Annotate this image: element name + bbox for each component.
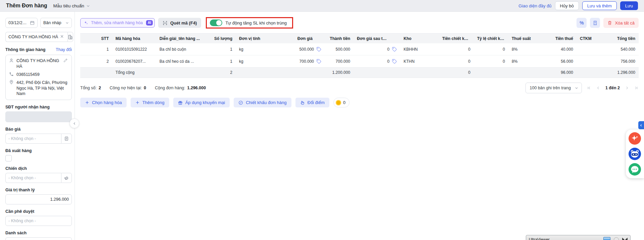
cell-warehouse[interactable]: KTHN (400, 55, 439, 67)
order-discount-button[interactable]: Chiết khấu đơn hàng (234, 98, 291, 107)
last-page-button[interactable] (634, 86, 639, 90)
receiver-phone-input[interactable] (5, 111, 72, 122)
record-icon[interactable] (614, 237, 619, 240)
screen-share-icon[interactable] (603, 237, 610, 240)
col-price: Đơn giá (271, 34, 325, 44)
barcode-scan-icon (163, 20, 168, 26)
cell-tax-rate[interactable]: 8% (508, 43, 543, 55)
discount-tag-icon (238, 100, 243, 105)
table-row[interactable]: 1 01001015091222 Ba chỉ bò cuộn 1 kg 500… (80, 43, 639, 55)
quick-add-input[interactable] (90, 20, 144, 26)
price-tag-icon[interactable] (392, 47, 397, 52)
page-size-select[interactable]: 100 bản ghi trên trang (525, 83, 582, 93)
cell-promo[interactable] (577, 55, 603, 67)
quote-doc-button[interactable] (61, 134, 72, 144)
status-select[interactable]: Bản nháp (40, 18, 72, 28)
cell-discount-amount[interactable]: 0 (439, 55, 474, 67)
hand-points-icon (300, 100, 305, 105)
cell-warehouse[interactable]: KBHHN (400, 43, 439, 55)
list-select[interactable]: - Không chọn - (5, 237, 72, 240)
cell-code[interactable]: 010020676207... (112, 55, 156, 67)
cell-unit[interactable]: kg (236, 43, 271, 55)
save-button[interactable]: Lưu (620, 1, 638, 10)
edit-icon[interactable] (63, 58, 68, 63)
select-goods-button[interactable]: Chọn hàng hóa (80, 98, 127, 107)
order-lines-table: STT Mã hàng hóa Diễn giải_tên hàng ... S… (80, 33, 639, 78)
gift-icon (178, 100, 183, 105)
cell-amount[interactable]: 700.000 (325, 55, 354, 67)
liquidation-input[interactable]: 1.296.000 (5, 194, 72, 204)
template-label: Mẫu tiêu chuẩn (53, 3, 84, 8)
col-amount: Thành tiền (325, 34, 354, 44)
cell-name[interactable]: Ba chỉ bò cuộn (156, 43, 211, 55)
points-value: 0 (343, 100, 346, 105)
percent-tool-button[interactable]: % (577, 18, 587, 28)
campaign-select[interactable]: - Không chọn - (5, 173, 61, 183)
cell-amount[interactable]: 500.000 (325, 43, 354, 55)
page-title: Thêm Đơn hàng (6, 3, 47, 9)
apply-promo-button[interactable]: Áp dụng khuyến mại (173, 98, 230, 107)
quote-select[interactable]: - Không chọn - (5, 134, 61, 144)
cell-tax-rate[interactable]: 8% (508, 55, 543, 67)
price-tag-icon[interactable] (316, 47, 321, 52)
order-date-input[interactable]: 03/12/2025 (5, 18, 38, 28)
document-icon (64, 136, 69, 141)
add-order-page: Thêm Đơn hàng Mẫu tiêu chuẩn Giao diện đ… (0, 0, 644, 240)
chatbot-panda-button[interactable] (629, 148, 641, 160)
cell-price-after-tax[interactable]: 0 (354, 55, 400, 67)
add-row-button[interactable]: Thêm dòng (131, 98, 169, 107)
expand-icon[interactable] (622, 238, 628, 240)
phone-icon (9, 72, 14, 77)
save-and-add-button[interactable]: Lưu và thêm (582, 1, 617, 10)
cell-discount-amount[interactable]: 0 (439, 43, 474, 55)
cell-price[interactable]: 700.000 (271, 55, 325, 67)
col-code: Mã hàng hóa (112, 34, 156, 44)
redeem-points-button[interactable]: Đổi điểm (295, 98, 329, 107)
customer-select[interactable]: CÔNG TY HOA HỒNG HÀ (5, 32, 67, 42)
remote-window-titlebar[interactable]: UltraViewer (526, 235, 631, 240)
cell-price[interactable]: 500.000 (271, 43, 325, 55)
change-delivery-link[interactable]: Thay đổi (56, 47, 72, 52)
sidebar-collapse-handle[interactable] (70, 118, 79, 128)
full-ui-link[interactable]: Giao diện đầy đủ (518, 3, 551, 8)
prev-page-button[interactable] (596, 86, 601, 90)
exported-checkbox[interactable] (5, 155, 12, 161)
cell-code[interactable]: 01001015091222 (112, 43, 156, 55)
totals-discount-amount: 0 (439, 67, 474, 78)
cell-promo[interactable] (577, 43, 603, 55)
col-tax-rate: Thuế suất (508, 34, 543, 44)
price-tag-icon[interactable] (392, 59, 397, 64)
lines-toolbar: AI Quét mã (F4) Tự động tăng SL khi chọn… (80, 17, 639, 29)
clear-all-button[interactable]: Xóa tất cả (603, 18, 639, 28)
clear-icon[interactable] (60, 35, 65, 39)
cell-unit[interactable]: kg (236, 55, 271, 67)
ai-sparkle-button[interactable] (629, 132, 641, 145)
cell-qty[interactable]: 1 (211, 43, 236, 55)
org-picker-button[interactable] (67, 32, 73, 42)
auto-increase-qty-toggle[interactable] (210, 19, 222, 26)
table-row[interactable]: 2 010020676207... Ba chỉ heo có da ... 1… (80, 55, 639, 67)
cancel-button[interactable]: Hủy bỏ (555, 1, 579, 10)
col-name: Diễn giải_tên hàng ... (156, 34, 211, 44)
cell-qty[interactable]: 1 (211, 55, 236, 67)
col-total: Tổng tiền (603, 34, 639, 44)
total-count-label: Tổng số: (80, 86, 97, 90)
need-approval-select[interactable]: - Không chọn - (5, 216, 72, 226)
assistant-collapse-tab[interactable] (638, 121, 644, 129)
megaphone-icon (64, 176, 69, 181)
support-chat-button[interactable] (629, 163, 641, 176)
first-page-button[interactable] (587, 86, 591, 90)
cell-price-after-tax[interactable]: 0 (354, 43, 400, 55)
price-tag-icon[interactable] (316, 59, 321, 64)
next-page-button[interactable] (625, 86, 629, 90)
cell-discount-rate[interactable]: 0 (474, 43, 508, 55)
campaign-megaphone-button[interactable] (61, 173, 72, 183)
quick-add-search[interactable]: AI (80, 18, 155, 28)
note-tool-button[interactable] (590, 18, 600, 28)
cell-tax-amount: 40.000 (543, 43, 577, 55)
scan-barcode-button[interactable]: Quét mã (F4) (158, 18, 201, 28)
template-selector[interactable]: Mẫu tiêu chuẩn (53, 3, 90, 8)
cell-discount-rate[interactable]: 0 (474, 55, 508, 67)
points-badge[interactable]: 0 (333, 98, 350, 107)
cell-name[interactable]: Ba chỉ heo có da ... (156, 55, 211, 67)
